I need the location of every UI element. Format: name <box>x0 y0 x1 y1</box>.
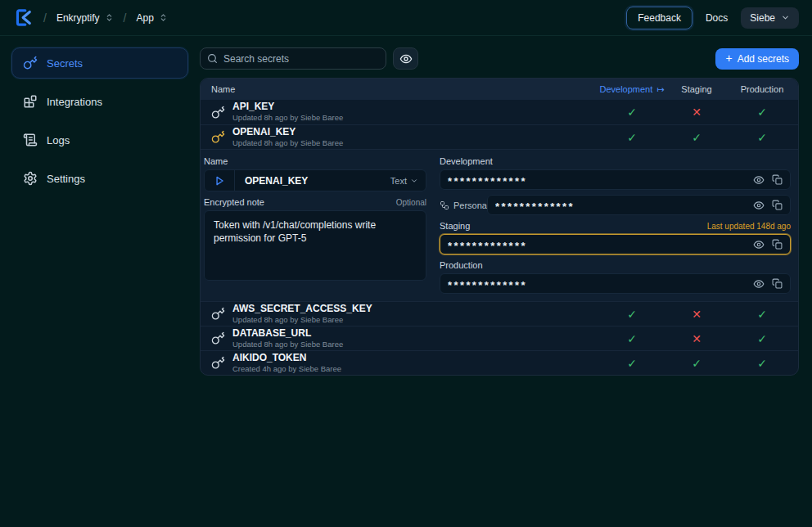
logs-icon <box>23 133 38 147</box>
project-name: App <box>136 12 153 24</box>
play-icon <box>214 175 225 187</box>
main-content: Add secrets Name Development Staging Pro… <box>200 36 812 376</box>
key-icon <box>211 130 225 144</box>
table-row-openai-key[interactable]: OPENAI_KEY Updated 8h ago by Siebe Baree <box>201 124 798 149</box>
column-header-staging[interactable]: Staging <box>667 84 726 94</box>
chevrons-up-down-icon <box>105 13 114 22</box>
secret-type-select[interactable]: Text <box>390 176 426 186</box>
chevrons-up-down-icon <box>159 13 168 22</box>
production-field-label: Production <box>440 260 483 270</box>
status-production <box>726 333 798 345</box>
status-staging <box>667 309 726 320</box>
sidebar-item-label: Secrets <box>47 57 83 70</box>
search-icon <box>207 53 218 64</box>
column-header-name: Name <box>211 84 597 94</box>
reveal-production-button[interactable] <box>753 278 765 290</box>
secret-editor: Name Text Encrypted note Optional <box>201 149 798 301</box>
eye-icon <box>753 200 765 211</box>
production-secret-value: ************* <box>448 279 746 291</box>
status-staging <box>667 358 726 369</box>
feedback-button[interactable]: Feedback <box>626 7 692 29</box>
status-staging <box>667 333 726 345</box>
staging-secret-input[interactable]: ************* <box>440 234 791 254</box>
workspace-selector[interactable]: Enkryptify <box>56 12 114 24</box>
secret-meta: Updated 8h ago by Siebe Baree <box>232 113 343 122</box>
table-row-database-url[interactable]: DATABASE_URL Updated 8h ago by Siebe Bar… <box>201 326 798 350</box>
secrets-toolbar: Add secrets <box>200 47 799 70</box>
sidebar: Secrets Integrations Logs Settings <box>0 36 200 376</box>
copy-production-button[interactable] <box>772 278 783 289</box>
enkryptify-logo-icon[interactable] <box>13 7 34 28</box>
secret-meta: Updated 8h ago by Siebe Baree <box>232 340 343 349</box>
add-secrets-button[interactable]: Add secrets <box>715 48 799 70</box>
reveal-staging-button[interactable] <box>753 239 765 250</box>
personal-secret-input[interactable]: ************* <box>487 195 791 215</box>
feedback-label: Feedback <box>638 12 681 24</box>
eye-icon <box>399 52 413 65</box>
secret-meta: Created 4h ago by Siebe Baree <box>232 364 341 373</box>
status-production <box>726 358 798 369</box>
search-input[interactable] <box>200 47 386 70</box>
development-field-label: Development <box>440 156 493 166</box>
table-row-aws-secret-access-key[interactable]: AWS_SECRET_ACCESS_KEY Updated 8h ago by … <box>201 301 798 326</box>
eye-icon <box>753 239 765 250</box>
copy-icon <box>772 200 783 210</box>
gear-icon <box>23 171 38 186</box>
key-icon <box>211 307 225 321</box>
user-menu-button[interactable]: Siebe <box>741 7 799 29</box>
copy-development-button[interactable] <box>772 174 783 185</box>
secret-name: DATABASE_URL <box>232 328 343 340</box>
note-optional-hint: Optional <box>396 198 426 207</box>
status-production <box>726 132 798 143</box>
docs-link[interactable]: Docs <box>706 12 728 24</box>
copy-staging-button[interactable] <box>772 239 783 250</box>
staging-secret-value: ************* <box>448 240 746 252</box>
status-production <box>726 106 798 118</box>
sidebar-item-secrets[interactable]: Secrets <box>11 47 188 79</box>
personal-secret-value: ************* <box>495 200 746 213</box>
reveal-personal-button[interactable] <box>753 200 765 211</box>
workflow-icon <box>440 200 449 210</box>
sidebar-item-logs[interactable]: Logs <box>11 124 188 155</box>
development-secret-input[interactable]: ************* <box>440 169 791 190</box>
secret-meta: Updated 8h ago by Siebe Baree <box>232 138 343 147</box>
sidebar-item-settings[interactable]: Settings <box>11 163 188 194</box>
chevron-down-icon <box>410 177 418 185</box>
sidebar-item-integrations[interactable]: Integrations <box>11 86 188 117</box>
eye-icon <box>753 174 765 186</box>
column-header-production[interactable]: Production <box>726 84 798 94</box>
staging-last-updated: Last updated 148d ago <box>707 222 791 231</box>
table-header: Name Development Staging Production <box>201 79 798 100</box>
status-staging <box>667 132 726 143</box>
docs-label: Docs <box>706 12 728 24</box>
arrow-from-bar-icon <box>652 84 664 94</box>
production-secret-input[interactable]: ************* <box>440 273 791 294</box>
secret-type-value: Text <box>390 176 407 186</box>
reveal-all-button[interactable] <box>393 47 418 70</box>
secret-name: API_KEY <box>232 101 343 113</box>
table-row-aikido-token[interactable]: AIKIDO_TOKEN Created 4h ago by Siebe Bar… <box>201 350 798 375</box>
personal-label: Personal <box>453 200 489 210</box>
copy-personal-button[interactable] <box>772 200 783 210</box>
status-development <box>597 358 667 369</box>
eye-icon <box>753 278 765 290</box>
secret-name-input[interactable] <box>235 175 390 187</box>
copy-icon <box>772 239 783 250</box>
reveal-development-button[interactable] <box>753 174 765 186</box>
run-secret-button[interactable] <box>205 170 235 191</box>
chevron-down-icon <box>781 13 790 22</box>
secret-name: OPENAI_KEY <box>232 127 343 138</box>
column-header-development[interactable]: Development <box>597 84 667 95</box>
copy-icon <box>772 278 783 289</box>
status-staging <box>667 106 726 118</box>
encrypted-note-textarea[interactable]: Token with /v1/chat/completions write pe… <box>204 210 426 281</box>
status-development <box>597 132 667 143</box>
secret-name: AWS_SECRET_ACCESS_KEY <box>232 304 372 315</box>
top-bar: Enkryptify App Feedback Docs Siebe <box>0 0 812 36</box>
table-row-api-key[interactable]: API_KEY Updated 8h ago by Siebe Baree <box>201 100 798 124</box>
add-secrets-label: Add secrets <box>738 53 789 65</box>
key-icon <box>211 331 225 345</box>
breadcrumb-separator <box>43 11 47 25</box>
project-selector[interactable]: App <box>136 12 167 24</box>
blocks-icon <box>23 94 38 109</box>
